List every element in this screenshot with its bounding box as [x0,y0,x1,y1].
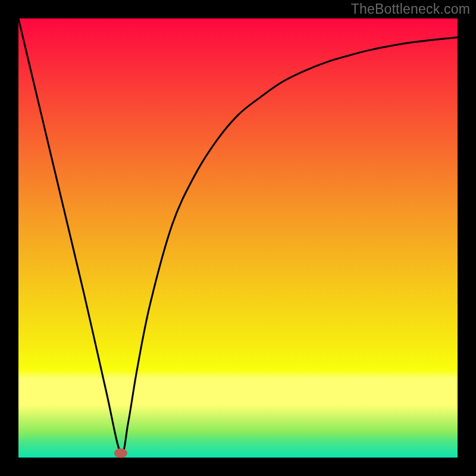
bottleneck-chart [0,0,476,476]
optimal-point-marker [114,449,127,458]
watermark-text: TheBottleneck.com [351,1,470,17]
plot-background [18,18,458,458]
chart-frame: TheBottleneck.com [0,0,476,476]
